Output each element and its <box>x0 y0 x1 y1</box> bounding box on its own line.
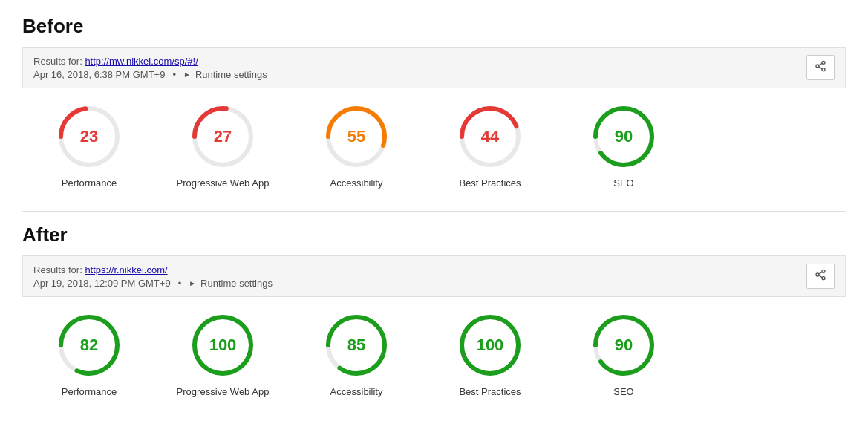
gauge-seo-after: 90 <box>590 312 657 379</box>
gauge-accessibility-before: 55 <box>323 103 390 170</box>
before-url-line: Results for: http://mw.nikkei.com/sp/#!/ <box>33 56 267 67</box>
svg-line-19 <box>819 272 823 274</box>
before-url-link[interactable]: http://mw.nikkei.com/sp/#!/ <box>85 56 198 67</box>
score-item-seo-before: 90 SEO <box>557 103 691 189</box>
before-share-button[interactable] <box>806 55 835 80</box>
before-results-label: Results for: <box>33 56 82 67</box>
section-divider <box>22 211 846 212</box>
score-item-accessibility-before: 55 Accessibility <box>290 103 423 189</box>
gauge-performance-after: 82 <box>56 312 123 379</box>
score-label-pwa-after: Progressive Web App <box>177 386 270 397</box>
score-label-bestpractices-before: Best Practices <box>459 177 521 189</box>
gauge-accessibility-after: 85 <box>323 312 390 379</box>
score-label-accessibility-before: Accessibility <box>330 177 383 189</box>
after-info-left: Results for: https://r.nikkei.com/ Apr 1… <box>33 264 273 289</box>
score-label-accessibility-after: Accessibility <box>330 386 383 397</box>
after-title: After <box>22 223 846 246</box>
gauge-number-bestpractices-before: 44 <box>481 127 499 146</box>
share-icon <box>815 60 826 72</box>
after-url-link[interactable]: https://r.nikkei.com/ <box>85 264 167 275</box>
score-item-seo-after: 90 SEO <box>557 312 691 397</box>
after-share-button[interactable] <box>806 264 835 289</box>
before-scores-row: 23 Performance 27 Progressive Web App <box>22 103 846 189</box>
after-date-line: Apr 19, 2018, 12:09 PM GMT+9 • ► Runtime… <box>33 278 273 289</box>
score-item-pwa-after: 100 Progressive Web App <box>156 312 290 397</box>
after-results-label: Results for: <box>33 264 82 275</box>
gauge-number-seo-after: 90 <box>615 336 633 355</box>
before-info-bar: Results for: http://mw.nikkei.com/sp/#!/… <box>22 47 846 88</box>
score-item-bestpractices-after: 100 Best Practices <box>423 312 557 397</box>
gauge-number-performance-after: 82 <box>80 336 98 355</box>
gauge-seo-before: 90 <box>590 103 657 170</box>
after-play-icon: ► <box>189 279 196 287</box>
before-date-line: Apr 16, 2018, 6:38 PM GMT+9 • ► Runtime … <box>33 69 267 80</box>
score-item-bestpractices-before: 44 Best Practices <box>423 103 557 189</box>
gauge-number-accessibility-before: 55 <box>347 127 365 146</box>
gauge-number-pwa-after: 100 <box>209 336 237 355</box>
gauge-number-seo-before: 90 <box>615 127 633 146</box>
before-dot: • <box>172 69 176 80</box>
after-url-line: Results for: https://r.nikkei.com/ <box>33 264 273 275</box>
score-label-performance-after: Performance <box>62 386 117 397</box>
score-label-bestpractices-after: Best Practices <box>459 386 521 397</box>
after-runtime-link[interactable]: Runtime settings <box>200 278 273 289</box>
before-runtime-link[interactable]: Runtime settings <box>195 69 267 80</box>
after-dot: • <box>178 278 182 289</box>
gauge-number-pwa-before: 27 <box>214 127 232 146</box>
after-scores-row: 82 Performance 100 Progressive Web App <box>22 312 846 397</box>
gauge-number-performance-before: 23 <box>80 127 98 146</box>
gauge-bestpractices-after: 100 <box>457 312 523 379</box>
after-date: Apr 19, 2018, 12:09 PM GMT+9 <box>33 278 171 289</box>
score-label-pwa-before: Progressive Web App <box>177 177 270 189</box>
svg-line-4 <box>819 63 823 65</box>
after-info-bar: Results for: https://r.nikkei.com/ Apr 1… <box>22 255 846 297</box>
svg-line-3 <box>819 67 823 69</box>
gauge-pwa-before: 27 <box>189 103 256 170</box>
score-item-accessibility-after: 85 Accessibility <box>290 312 423 397</box>
gauge-pwa-after: 100 <box>189 312 256 379</box>
gauge-number-bestpractices-after: 100 <box>477 336 504 355</box>
before-date: Apr 16, 2018, 6:38 PM GMT+9 <box>33 69 165 80</box>
gauge-performance-before: 23 <box>56 103 123 170</box>
score-item-pwa-before: 27 Progressive Web App <box>156 103 290 189</box>
before-info-left: Results for: http://mw.nikkei.com/sp/#!/… <box>33 56 267 80</box>
score-item-performance-after: 82 Performance <box>22 312 156 397</box>
score-label-performance-before: Performance <box>62 177 117 189</box>
share-icon <box>815 269 826 281</box>
score-label-seo-before: SEO <box>613 177 633 189</box>
score-label-seo-after: SEO <box>613 386 633 397</box>
score-item-performance-before: 23 Performance <box>22 103 156 189</box>
gauge-number-accessibility-after: 85 <box>347 336 365 355</box>
before-play-icon: ► <box>183 71 191 79</box>
gauge-bestpractices-before: 44 <box>457 103 523 170</box>
svg-line-18 <box>819 275 823 278</box>
before-title: Before <box>22 15 846 38</box>
